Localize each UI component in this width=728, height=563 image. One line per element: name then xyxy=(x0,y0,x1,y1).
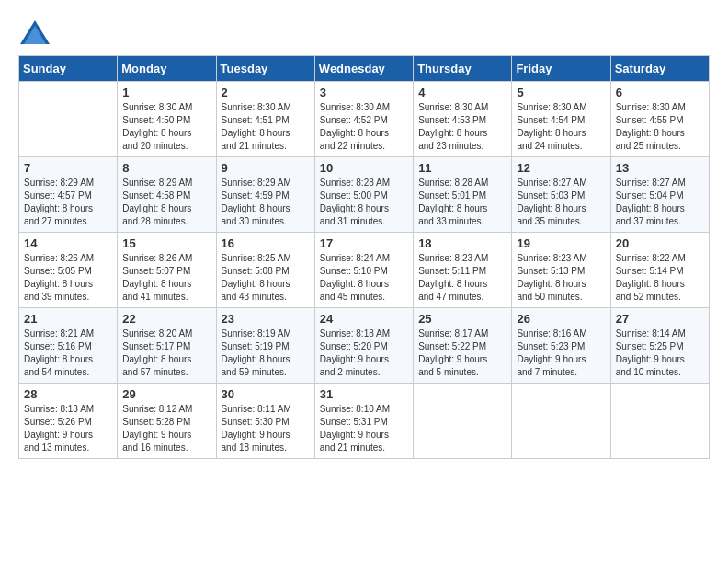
calendar-day-3: 3Sunrise: 8:30 AM Sunset: 4:52 PM Daylig… xyxy=(314,82,413,157)
day-info: Sunrise: 8:24 AM Sunset: 5:10 PM Dayligh… xyxy=(320,252,408,304)
calendar-day-14: 14Sunrise: 8:26 AM Sunset: 5:05 PM Dayli… xyxy=(19,233,118,308)
day-info: Sunrise: 8:30 AM Sunset: 4:50 PM Dayligh… xyxy=(122,101,210,153)
day-number: 7 xyxy=(24,161,112,175)
calendar-day-10: 10Sunrise: 8:28 AM Sunset: 5:00 PM Dayli… xyxy=(314,157,413,233)
calendar-week-1: 1Sunrise: 8:30 AM Sunset: 4:50 PM Daylig… xyxy=(19,82,710,157)
calendar-day-28: 28Sunrise: 8:13 AM Sunset: 5:26 PM Dayli… xyxy=(19,384,118,459)
calendar-day-4: 4Sunrise: 8:30 AM Sunset: 4:53 PM Daylig… xyxy=(414,82,512,157)
day-info: Sunrise: 8:30 AM Sunset: 4:54 PM Dayligh… xyxy=(517,101,605,153)
day-info: Sunrise: 8:30 AM Sunset: 4:52 PM Dayligh… xyxy=(320,101,408,153)
day-info: Sunrise: 8:23 AM Sunset: 5:13 PM Dayligh… xyxy=(517,252,605,304)
day-number: 16 xyxy=(222,236,310,250)
calendar-empty-cell xyxy=(610,384,709,459)
calendar-empty-cell xyxy=(512,384,610,459)
day-info: Sunrise: 8:13 AM Sunset: 5:26 PM Dayligh… xyxy=(24,403,112,454)
calendar-day-30: 30Sunrise: 8:11 AM Sunset: 5:30 PM Dayli… xyxy=(216,384,314,459)
day-number: 26 xyxy=(517,312,605,326)
calendar-day-26: 26Sunrise: 8:16 AM Sunset: 5:23 PM Dayli… xyxy=(512,308,610,384)
day-info: Sunrise: 8:23 AM Sunset: 5:11 PM Dayligh… xyxy=(418,252,506,304)
calendar-day-23: 23Sunrise: 8:19 AM Sunset: 5:19 PM Dayli… xyxy=(216,308,314,384)
day-info: Sunrise: 8:27 AM Sunset: 5:03 PM Dayligh… xyxy=(517,177,605,228)
day-info: Sunrise: 8:17 AM Sunset: 5:22 PM Dayligh… xyxy=(418,327,506,379)
day-info: Sunrise: 8:25 AM Sunset: 5:08 PM Dayligh… xyxy=(222,252,310,304)
column-header-saturday: Saturday xyxy=(610,56,709,82)
calendar-day-25: 25Sunrise: 8:17 AM Sunset: 5:22 PM Dayli… xyxy=(414,308,512,384)
day-number: 5 xyxy=(517,86,605,99)
day-info: Sunrise: 8:12 AM Sunset: 5:28 PM Dayligh… xyxy=(122,403,210,454)
day-number: 15 xyxy=(122,236,210,250)
calendar-day-21: 21Sunrise: 8:21 AM Sunset: 5:16 PM Dayli… xyxy=(19,308,118,384)
column-header-thursday: Thursday xyxy=(414,56,512,82)
calendar-day-12: 12Sunrise: 8:27 AM Sunset: 5:03 PM Dayli… xyxy=(512,157,610,233)
calendar-day-5: 5Sunrise: 8:30 AM Sunset: 4:54 PM Daylig… xyxy=(512,82,610,157)
day-number: 10 xyxy=(320,161,408,175)
day-info: Sunrise: 8:16 AM Sunset: 5:23 PM Dayligh… xyxy=(517,327,605,379)
day-number: 30 xyxy=(222,387,310,401)
day-info: Sunrise: 8:27 AM Sunset: 5:04 PM Dayligh… xyxy=(616,177,704,228)
calendar-week-2: 7Sunrise: 8:29 AM Sunset: 4:57 PM Daylig… xyxy=(19,157,710,233)
day-info: Sunrise: 8:28 AM Sunset: 5:01 PM Dayligh… xyxy=(418,177,506,228)
day-number: 1 xyxy=(122,86,210,99)
column-header-sunday: Sunday xyxy=(19,56,118,82)
column-header-tuesday: Tuesday xyxy=(216,56,314,82)
calendar-day-17: 17Sunrise: 8:24 AM Sunset: 5:10 PM Dayli… xyxy=(314,233,413,308)
day-info: Sunrise: 8:21 AM Sunset: 5:16 PM Dayligh… xyxy=(24,327,112,379)
calendar-day-20: 20Sunrise: 8:22 AM Sunset: 5:14 PM Dayli… xyxy=(610,233,709,308)
day-info: Sunrise: 8:30 AM Sunset: 4:51 PM Dayligh… xyxy=(222,101,310,153)
column-header-wednesday: Wednesday xyxy=(314,56,413,82)
day-info: Sunrise: 8:11 AM Sunset: 5:30 PM Dayligh… xyxy=(222,403,310,454)
calendar-day-7: 7Sunrise: 8:29 AM Sunset: 4:57 PM Daylig… xyxy=(19,157,118,233)
calendar-day-29: 29Sunrise: 8:12 AM Sunset: 5:28 PM Dayli… xyxy=(118,384,216,459)
day-info: Sunrise: 8:30 AM Sunset: 4:53 PM Dayligh… xyxy=(418,101,506,153)
day-number: 19 xyxy=(517,236,605,250)
day-number: 27 xyxy=(616,312,704,326)
day-number: 21 xyxy=(24,312,112,326)
day-info: Sunrise: 8:18 AM Sunset: 5:20 PM Dayligh… xyxy=(320,327,408,379)
day-info: Sunrise: 8:26 AM Sunset: 5:07 PM Dayligh… xyxy=(122,252,210,304)
day-number: 17 xyxy=(320,236,408,250)
calendar-empty-cell xyxy=(414,384,512,459)
day-number: 4 xyxy=(418,86,506,99)
day-info: Sunrise: 8:28 AM Sunset: 5:00 PM Dayligh… xyxy=(320,177,408,228)
day-number: 14 xyxy=(24,236,112,250)
calendar-day-22: 22Sunrise: 8:20 AM Sunset: 5:17 PM Dayli… xyxy=(118,308,216,384)
calendar-week-4: 21Sunrise: 8:21 AM Sunset: 5:16 PM Dayli… xyxy=(19,308,710,384)
column-header-monday: Monday xyxy=(118,56,216,82)
calendar-day-27: 27Sunrise: 8:14 AM Sunset: 5:25 PM Dayli… xyxy=(610,308,709,384)
logo-icon xyxy=(18,18,51,46)
calendar-day-1: 1Sunrise: 8:30 AM Sunset: 4:50 PM Daylig… xyxy=(118,82,216,157)
calendar-day-13: 13Sunrise: 8:27 AM Sunset: 5:04 PM Dayli… xyxy=(610,157,709,233)
calendar-day-16: 16Sunrise: 8:25 AM Sunset: 5:08 PM Dayli… xyxy=(216,233,314,308)
day-info: Sunrise: 8:29 AM Sunset: 4:57 PM Dayligh… xyxy=(24,177,112,228)
day-number: 28 xyxy=(24,387,112,401)
day-info: Sunrise: 8:19 AM Sunset: 5:19 PM Dayligh… xyxy=(222,327,310,379)
day-info: Sunrise: 8:29 AM Sunset: 4:58 PM Dayligh… xyxy=(122,177,210,228)
day-number: 12 xyxy=(517,161,605,175)
day-number: 9 xyxy=(222,161,310,175)
calendar-day-15: 15Sunrise: 8:26 AM Sunset: 5:07 PM Dayli… xyxy=(118,233,216,308)
day-info: Sunrise: 8:26 AM Sunset: 5:05 PM Dayligh… xyxy=(24,252,112,304)
calendar-body: 1Sunrise: 8:30 AM Sunset: 4:50 PM Daylig… xyxy=(19,82,710,459)
day-number: 23 xyxy=(222,312,310,326)
day-info: Sunrise: 8:22 AM Sunset: 5:14 PM Dayligh… xyxy=(616,252,704,304)
calendar-day-8: 8Sunrise: 8:29 AM Sunset: 4:58 PM Daylig… xyxy=(118,157,216,233)
calendar-day-31: 31Sunrise: 8:10 AM Sunset: 5:31 PM Dayli… xyxy=(314,384,413,459)
calendar-day-2: 2Sunrise: 8:30 AM Sunset: 4:51 PM Daylig… xyxy=(216,82,314,157)
calendar-header-row: SundayMondayTuesdayWednesdayThursdayFrid… xyxy=(19,56,710,82)
day-number: 8 xyxy=(122,161,210,175)
calendar-day-6: 6Sunrise: 8:30 AM Sunset: 4:55 PM Daylig… xyxy=(610,82,709,157)
day-info: Sunrise: 8:30 AM Sunset: 4:55 PM Dayligh… xyxy=(616,101,704,153)
day-number: 2 xyxy=(222,86,310,99)
column-header-friday: Friday xyxy=(512,56,610,82)
day-info: Sunrise: 8:29 AM Sunset: 4:59 PM Dayligh… xyxy=(222,177,310,228)
calendar-table: SundayMondayTuesdayWednesdayThursdayFrid… xyxy=(18,55,710,459)
calendar-week-3: 14Sunrise: 8:26 AM Sunset: 5:05 PM Dayli… xyxy=(19,233,710,308)
day-number: 13 xyxy=(616,161,704,175)
logo xyxy=(18,18,55,46)
day-number: 20 xyxy=(616,236,704,250)
day-info: Sunrise: 8:14 AM Sunset: 5:25 PM Dayligh… xyxy=(616,327,704,379)
day-number: 6 xyxy=(616,86,704,99)
day-info: Sunrise: 8:20 AM Sunset: 5:17 PM Dayligh… xyxy=(122,327,210,379)
calendar-day-19: 19Sunrise: 8:23 AM Sunset: 5:13 PM Dayli… xyxy=(512,233,610,308)
calendar-day-18: 18Sunrise: 8:23 AM Sunset: 5:11 PM Dayli… xyxy=(414,233,512,308)
